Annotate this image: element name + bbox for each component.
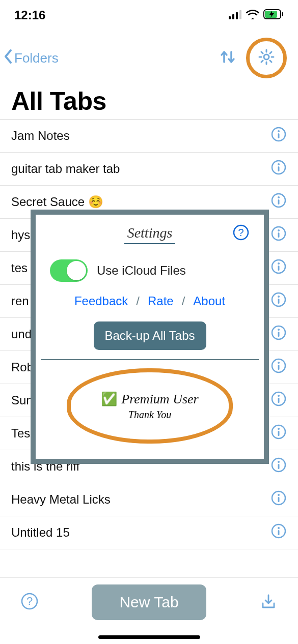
svg-point-18 <box>278 229 280 231</box>
svg-text:?: ? <box>26 595 33 607</box>
nav-row: Folders <box>0 27 298 78</box>
info-icon[interactable] <box>270 225 287 245</box>
svg-point-42 <box>278 494 280 496</box>
check-icon: ✅ <box>101 391 117 407</box>
list-item-label: tes <box>11 261 28 275</box>
status-bar: 12:16 <box>0 0 298 27</box>
settings-modal: Settings ? Use iCloud Files Feedback / R… <box>31 210 269 464</box>
svg-point-7 <box>264 54 269 60</box>
settings-help-icon[interactable]: ? <box>232 224 250 243</box>
rate-link[interactable]: Rate <box>148 294 174 308</box>
info-icon[interactable] <box>270 457 287 476</box>
list-item-label: Heavy Metal Licks <box>11 492 111 507</box>
feedback-link[interactable]: Feedback <box>74 294 128 308</box>
list-item[interactable]: Untitled 15 <box>0 516 298 549</box>
cellular-icon <box>229 8 242 22</box>
premium-label: Premium User <box>121 392 198 407</box>
svg-point-21 <box>278 262 280 265</box>
svg-point-12 <box>278 163 280 165</box>
svg-point-30 <box>278 362 280 364</box>
icloud-toggle[interactable] <box>50 259 88 282</box>
info-icon[interactable] <box>270 358 287 377</box>
settings-title: Settings <box>124 225 176 244</box>
list-item-label: Untitled 15 <box>11 525 70 540</box>
info-icon[interactable] <box>270 523 287 542</box>
list-item-label: guitar tab maker tab <box>11 162 120 176</box>
svg-rect-46 <box>278 530 280 535</box>
status-indicators <box>229 8 284 22</box>
list-item[interactable]: Jam Notes <box>0 120 298 153</box>
import-icon[interactable] <box>259 592 278 612</box>
svg-rect-25 <box>278 299 280 304</box>
svg-point-33 <box>278 395 280 397</box>
svg-point-24 <box>278 296 280 298</box>
chevron-left-icon <box>3 49 13 68</box>
svg-rect-13 <box>278 166 280 171</box>
separator: / <box>136 294 140 308</box>
page-title: All Tabs <box>11 86 298 116</box>
status-time: 12:16 <box>14 8 45 22</box>
gear-highlight <box>246 38 287 78</box>
svg-rect-2 <box>236 12 238 19</box>
list-item-label: Sun <box>11 393 33 407</box>
svg-rect-10 <box>278 133 280 138</box>
info-icon[interactable] <box>270 159 287 179</box>
info-icon[interactable] <box>270 490 287 509</box>
sort-icon[interactable] <box>219 48 237 68</box>
list-item[interactable]: Heavy Metal Licks <box>0 483 298 516</box>
back-button[interactable]: Folders <box>3 49 59 68</box>
list-item-label: Secret Sauce ☺️ <box>11 195 103 209</box>
svg-point-36 <box>278 428 280 430</box>
svg-rect-37 <box>278 431 280 436</box>
backup-button[interactable]: Back-up All Tabs <box>94 321 206 350</box>
svg-rect-3 <box>239 10 241 19</box>
separator: / <box>182 294 185 308</box>
svg-rect-28 <box>278 332 280 337</box>
svg-rect-0 <box>229 16 231 19</box>
help-icon[interactable]: ? <box>20 592 39 612</box>
svg-point-27 <box>278 329 280 331</box>
list-item-label: Jam Notes <box>11 129 70 143</box>
svg-rect-31 <box>278 365 280 370</box>
info-icon[interactable] <box>270 325 287 344</box>
battery-icon <box>263 8 284 22</box>
info-icon[interactable] <box>270 391 287 410</box>
svg-rect-1 <box>232 14 234 19</box>
svg-rect-6 <box>282 12 283 16</box>
svg-point-45 <box>278 527 280 529</box>
wifi-icon <box>246 8 259 22</box>
svg-rect-34 <box>278 398 280 403</box>
back-label: Folders <box>14 50 59 66</box>
info-icon[interactable] <box>270 291 287 311</box>
list-item-label: Tes <box>11 426 30 441</box>
list-item-label: ren <box>11 294 29 308</box>
gear-icon[interactable] <box>257 48 276 68</box>
svg-rect-43 <box>278 497 280 502</box>
svg-point-15 <box>278 196 280 198</box>
list-item-label: und <box>11 327 32 341</box>
list-item[interactable]: guitar tab maker tab <box>0 153 298 186</box>
modal-divider <box>41 359 259 360</box>
premium-status: ✅ Premium User <box>101 391 198 407</box>
info-icon[interactable] <box>270 424 287 443</box>
svg-point-39 <box>278 461 280 463</box>
thank-you-text: Thank You <box>128 409 171 421</box>
svg-point-9 <box>278 130 280 132</box>
about-link[interactable]: About <box>193 294 225 308</box>
svg-rect-40 <box>278 464 280 469</box>
info-icon[interactable] <box>270 258 287 278</box>
svg-text:?: ? <box>238 227 243 238</box>
info-icon[interactable] <box>270 126 287 145</box>
icloud-label: Use iCloud Files <box>97 264 186 278</box>
info-icon[interactable] <box>270 192 287 212</box>
new-tab-button[interactable]: New Tab <box>92 584 206 620</box>
premium-highlight: ✅ Premium User Thank You <box>67 368 233 444</box>
list-item-label: hys <box>11 228 30 242</box>
bottom-toolbar: ? New Tab <box>0 577 298 627</box>
svg-rect-19 <box>278 232 280 238</box>
svg-rect-16 <box>278 199 280 204</box>
home-indicator <box>98 635 200 639</box>
svg-rect-22 <box>278 266 280 271</box>
